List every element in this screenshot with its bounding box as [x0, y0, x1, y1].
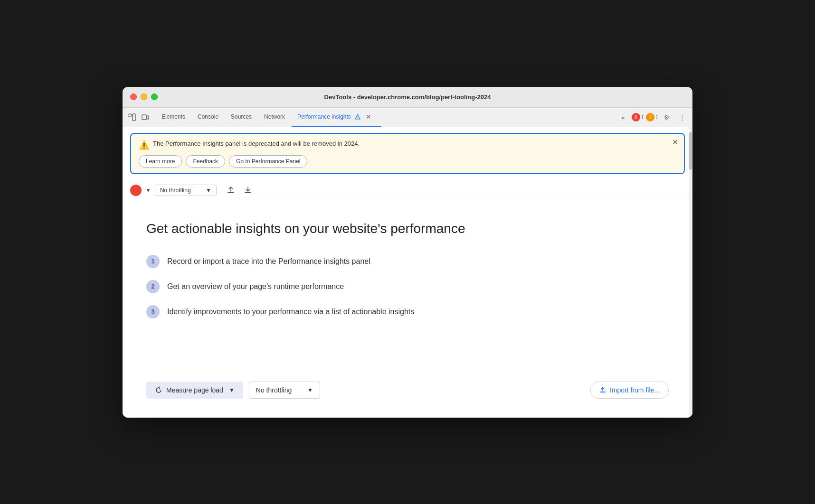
scrollbar[interactable] [689, 127, 692, 418]
device-icon[interactable] [140, 112, 151, 123]
warning-message: ⚠️ The Performance Insights panel is dep… [139, 140, 676, 150]
close-button[interactable] [130, 93, 137, 100]
settings-button[interactable]: ⚙ [660, 111, 673, 124]
main-throttle-arrow: ▼ [307, 387, 313, 393]
error-count-label: 1 [641, 114, 644, 120]
main-throttle-select[interactable]: No throttling ▼ [249, 382, 320, 399]
action-row: Measure page load ▼ No throttling ▼ Impo… [123, 382, 692, 418]
window-title: DevTools - developer.chrome.com/blog/per… [324, 93, 491, 101]
svg-rect-1 [133, 114, 135, 121]
more-options-button[interactable]: ⋮ [675, 111, 689, 124]
warning-count-label: 1 [655, 114, 658, 120]
warning-buttons: Learn more Feedback Go to Performance Pa… [139, 155, 676, 168]
tab-bar: Elements Console Sources Network Perform… [123, 108, 692, 127]
svg-text:!: ! [357, 116, 358, 119]
toolbar-throttle-select[interactable]: No throttling ▼ [155, 185, 217, 196]
warning-triangle-icon: ⚠️ [139, 140, 149, 150]
inspector-icon[interactable] [126, 112, 138, 123]
measure-dropdown-arrow: ▼ [229, 387, 235, 393]
import-from-file-button[interactable]: Import from file... [590, 382, 669, 399]
scrollbar-thumb[interactable] [689, 132, 692, 170]
upload-icon[interactable] [224, 184, 237, 197]
measure-page-load-label: Measure page load [166, 386, 223, 394]
devtools-body: Elements Console Sources Network Perform… [123, 108, 692, 418]
close-performance-tab[interactable]: ✕ [362, 110, 375, 123]
svg-rect-3 [147, 116, 149, 119]
tab-network[interactable]: Network [258, 108, 291, 127]
step-item-2: 2 Get an overview of your page's runtime… [146, 280, 669, 293]
step-number-2: 2 [146, 280, 160, 293]
traffic-lights [130, 93, 158, 100]
download-icon[interactable] [241, 184, 255, 197]
svg-rect-6 [245, 192, 251, 193]
error-badge[interactable]: 1 [632, 113, 640, 121]
close-banner-button[interactable]: ✕ [672, 139, 678, 146]
tab-elements[interactable]: Elements [156, 108, 191, 127]
devtools-window: DevTools - developer.chrome.com/blog/per… [123, 87, 692, 418]
more-tabs-button[interactable]: » [616, 111, 630, 124]
export-icons [224, 184, 255, 197]
measure-page-load-button[interactable]: Measure page load ▼ [146, 382, 243, 399]
tab-sources[interactable]: Sources [225, 108, 257, 127]
tab-performance-insights[interactable]: Performance insights ! ✕ [292, 108, 381, 127]
main-throttle-label: No throttling [256, 386, 292, 394]
tab-console[interactable]: Console [192, 108, 224, 127]
step-number-1: 1 [146, 255, 160, 268]
svg-rect-0 [129, 114, 132, 117]
toolbar-row: ▼ No throttling ▼ [123, 180, 692, 201]
step-item-3: 3 Identify improvements to your performa… [146, 305, 669, 318]
step-text-3: Identify improvements to your performanc… [167, 305, 414, 317]
feedback-button[interactable]: Feedback [186, 155, 225, 168]
step-text-1: Record or import a trace into the Perfor… [167, 254, 370, 267]
main-heading: Get actionable insights on your website'… [146, 220, 669, 237]
toolbar-throttle-label: No throttling [160, 187, 191, 194]
steps-list: 1 Record or import a trace into the Perf… [146, 254, 669, 318]
minimize-button[interactable] [141, 93, 147, 100]
import-label: Import from file... [610, 386, 660, 394]
svg-rect-7 [600, 392, 606, 392]
svg-rect-2 [142, 115, 146, 120]
main-content: Get actionable insights on your website'… [123, 201, 692, 382]
step-item-1: 1 Record or import a trace into the Perf… [146, 254, 669, 268]
title-bar: DevTools - developer.chrome.com/blog/per… [123, 87, 692, 108]
warning-text: The Performance Insights panel is deprec… [153, 140, 360, 148]
maximize-button[interactable] [151, 93, 158, 100]
content-area: ⚠️ The Performance Insights panel is dep… [123, 127, 692, 418]
warning-icon-exclaim: ! [649, 114, 651, 120]
tab-icons [126, 112, 151, 123]
warning-badge-row: ! 1 [646, 113, 658, 121]
warning-badge[interactable]: ! [646, 113, 654, 121]
record-button[interactable] [130, 185, 142, 196]
svg-rect-5 [227, 192, 234, 193]
tab-right-actions: » 1 1 ! 1 ⚙ ⋮ [616, 111, 689, 124]
go-to-performance-panel-button[interactable]: Go to Performance Panel [229, 155, 307, 168]
warning-banner: ⚠️ The Performance Insights panel is dep… [130, 133, 685, 174]
step-number-3: 3 [146, 305, 160, 318]
error-badge-row: 1 1 [632, 113, 644, 121]
record-dropdown-arrow[interactable]: ▼ [145, 187, 151, 194]
learn-more-button[interactable]: Learn more [139, 155, 182, 168]
toolbar-throttle-arrow: ▼ [206, 187, 211, 194]
step-text-2: Get an overview of your page's runtime p… [167, 280, 344, 292]
